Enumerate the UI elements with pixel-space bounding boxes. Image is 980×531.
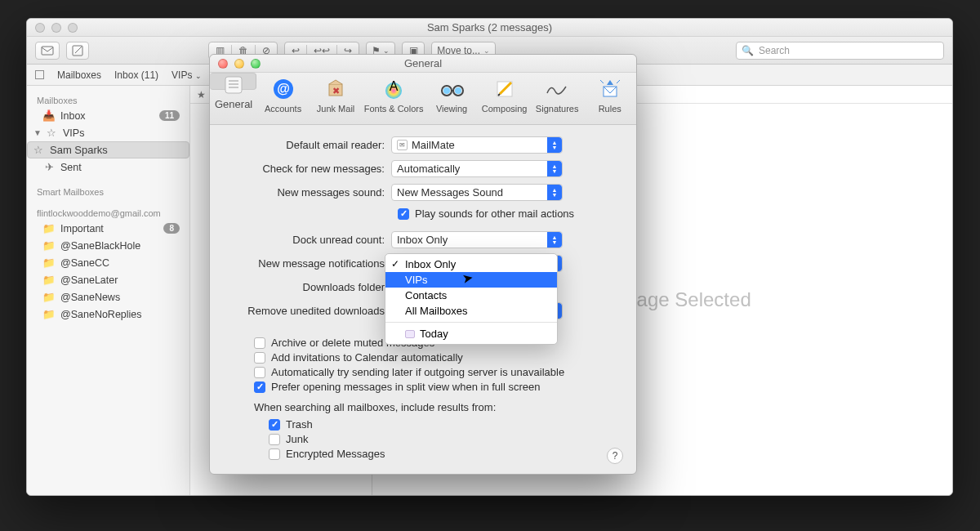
signatures-tab-icon xyxy=(544,76,570,102)
svg-text:✖: ✖ xyxy=(332,86,340,96)
fonts-colors-tab-icon: A xyxy=(381,76,407,102)
viewing-tab-icon xyxy=(439,76,465,102)
svg-point-14 xyxy=(443,87,450,94)
sidebar-item-sent[interactable]: ✈ Sent xyxy=(27,158,189,176)
sidebar-item-sanelater[interactable]: 📁 @SaneLater xyxy=(27,271,189,288)
tab-rules[interactable]: Rules xyxy=(583,73,636,125)
dropdown-item-contacts[interactable]: Contacts xyxy=(385,288,557,303)
important-badge: 8 xyxy=(163,223,180,234)
svg-point-15 xyxy=(455,87,461,94)
mailmate-app-icon: ✉ xyxy=(397,140,408,150)
default-reader-select[interactable]: ✉ MailMate ▲▼ xyxy=(391,136,563,154)
notifications-dropdown: Inbox Only VIPs Contacts All Mailboxes T… xyxy=(385,253,558,345)
sidebar-account-header: flintlockwooddemo@gmail.com xyxy=(27,203,189,220)
include-junk-checkbox[interactable] xyxy=(269,434,280,445)
sound-select[interactable]: New Messages Sound ▲▼ xyxy=(391,184,563,201)
play-sounds-label: Play sounds for other mail actions xyxy=(415,207,574,220)
folder-icon: 📁 xyxy=(43,291,55,303)
archive-muted-checkbox[interactable] xyxy=(254,337,265,349)
updown-arrows-icon: ▲▼ xyxy=(547,161,562,176)
sidebar-item-important[interactable]: 📁 Important 8 xyxy=(27,220,189,237)
inbox-icon xyxy=(41,46,54,56)
prefs-tabs: General @ Accounts ✖ Junk Mail A Fonts &… xyxy=(210,73,636,125)
main-titlebar: Sam Sparks (2 messages) xyxy=(27,19,952,37)
sidebar-item-sam-sparks[interactable]: ☆ Sam Sparks xyxy=(27,141,189,158)
sidebar: Mailboxes 📥 Inbox 11 ▼ ☆ VIPs ☆ Sam Spar… xyxy=(27,86,190,495)
tab-fonts-colors[interactable]: A Fonts & Colors xyxy=(362,73,425,125)
tab-accounts[interactable]: @ Accounts xyxy=(256,73,310,125)
fav-mailboxes[interactable]: Mailboxes xyxy=(57,69,101,81)
star-icon: ☆ xyxy=(46,127,57,139)
folder-icon: 📁 xyxy=(43,308,55,320)
search-icon: 🔍 xyxy=(742,45,754,56)
tab-signatures[interactable]: Signatures xyxy=(531,73,584,125)
check-new-label: Check for new messages: xyxy=(228,163,391,175)
help-button[interactable]: ? xyxy=(607,448,623,464)
compose-button[interactable] xyxy=(66,42,89,60)
include-encrypted-label: Encrypted Messages xyxy=(286,448,385,460)
fav-vips[interactable]: VIPs ⌄ xyxy=(172,69,202,81)
sidebar-header-mailboxes: Mailboxes xyxy=(27,91,189,107)
svg-text:@: @ xyxy=(277,82,290,96)
compose-icon xyxy=(72,45,83,56)
search-include-header: When searching all mailboxes, include re… xyxy=(228,401,618,413)
folder-icon: 📁 xyxy=(43,274,55,286)
updown-arrows-icon: ▲▼ xyxy=(547,137,562,153)
dock-label: Dock unread count: xyxy=(228,234,391,246)
downloads-label: Downloads folder xyxy=(228,281,391,293)
fav-inbox[interactable]: Inbox (11) xyxy=(114,69,158,81)
retry-send-checkbox[interactable] xyxy=(254,367,265,378)
include-junk-label: Junk xyxy=(286,433,308,445)
get-mail-button[interactable] xyxy=(35,42,60,60)
mailboxes-toggle-icon[interactable] xyxy=(35,70,44,79)
add-calendar-checkbox[interactable] xyxy=(254,352,265,364)
tab-junkmail[interactable]: ✖ Junk Mail xyxy=(310,73,363,125)
dock-select[interactable]: Inbox Only ▲▼ xyxy=(391,231,563,248)
star-icon: ☆ xyxy=(33,144,44,156)
folder-icon: 📁 xyxy=(43,257,55,269)
sidebar-header-smart: Smart Mailboxes xyxy=(27,182,189,199)
updown-arrows-icon: ▲▼ xyxy=(547,232,562,248)
sidebar-item-sanenews[interactable]: 📁 @SaneNews xyxy=(27,288,189,306)
sent-icon: ✈ xyxy=(43,161,55,173)
sidebar-item-vips[interactable]: ▼ ☆ VIPs xyxy=(27,124,189,141)
include-trash-label: Trash xyxy=(286,418,313,431)
tab-viewing[interactable]: Viewing xyxy=(425,73,479,125)
prefs-title: General xyxy=(210,57,636,69)
rules-tab-icon xyxy=(597,76,623,102)
chevron-down-icon: ⌄ xyxy=(483,47,490,55)
split-view-checkbox[interactable]: ✓ xyxy=(254,382,265,393)
prefs-titlebar: General xyxy=(210,55,636,73)
remove-dl-label: Remove unedited downloads xyxy=(228,305,391,317)
svg-text:A: A xyxy=(390,79,399,93)
dropdown-separator xyxy=(385,322,557,323)
general-tab-icon xyxy=(220,74,247,96)
sidebar-item-inbox[interactable]: 📥 Inbox 11 xyxy=(27,107,189,124)
tab-general[interactable]: General xyxy=(210,73,256,90)
disclosure-triangle-icon[interactable]: ▼ xyxy=(33,128,40,137)
sidebar-item-sanenoreplies[interactable]: 📁 @SaneNoReplies xyxy=(27,306,189,323)
svg-rect-5 xyxy=(229,87,238,88)
dropdown-item-today[interactable]: Today xyxy=(385,326,557,341)
search-input[interactable]: 🔍 Search xyxy=(736,42,944,60)
tab-composing[interactable]: Composing xyxy=(478,73,531,125)
sidebar-item-sanecc[interactable]: 📁 @SaneCC xyxy=(27,254,189,271)
today-smart-icon xyxy=(405,330,415,338)
main-window-title: Sam Sparks (2 messages) xyxy=(27,21,952,33)
retry-send-label: Automatically try sending later if outgo… xyxy=(271,366,564,378)
folder-icon: 📁 xyxy=(43,222,55,234)
check-new-select[interactable]: Automatically ▲▼ xyxy=(391,160,563,177)
dropdown-item-all-mailboxes[interactable]: All Mailboxes xyxy=(385,303,557,319)
updown-arrows-icon: ▲▼ xyxy=(547,185,562,200)
include-encrypted-checkbox[interactable] xyxy=(269,448,280,460)
notifications-label: New message notifications xyxy=(228,257,391,270)
inbox-badge: 11 xyxy=(159,110,180,121)
accounts-tab-icon: @ xyxy=(270,76,296,102)
folder-icon: 📁 xyxy=(43,239,55,252)
split-view-label: Prefer opening messages in split view wh… xyxy=(271,381,541,393)
default-reader-label: Default email reader: xyxy=(228,139,391,151)
sidebar-item-saneblackhole[interactable]: 📁 @SaneBlackHole xyxy=(27,237,189,254)
play-sounds-checkbox[interactable]: ✓ xyxy=(398,208,409,220)
include-trash-checkbox[interactable]: ✓ xyxy=(269,419,280,431)
svg-rect-3 xyxy=(229,80,238,82)
